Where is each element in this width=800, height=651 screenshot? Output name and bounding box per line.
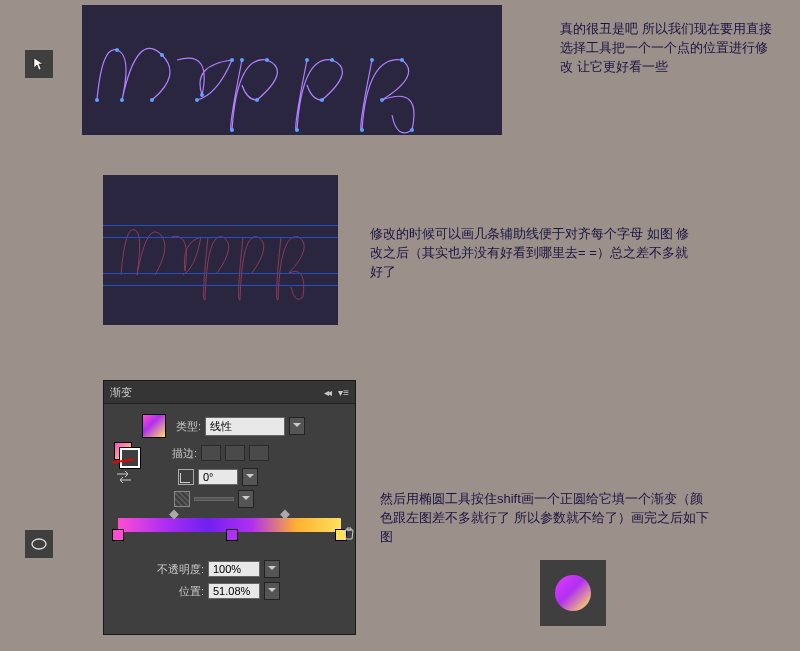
section2-description: 修改的时候可以画几条辅助线便于对齐每个字母 如图 修改之后（其实也并没有好看到哪… — [370, 225, 700, 282]
stroke-option-1[interactable] — [201, 445, 221, 461]
type-label: 类型: — [176, 419, 201, 434]
position-input[interactable]: 51.08% — [208, 583, 260, 599]
delete-stop-icon[interactable] — [343, 526, 355, 542]
opacity-label: 不透明度: — [114, 562, 204, 577]
stroke-label: 描边: — [172, 446, 197, 461]
panel-menu-icon[interactable]: ▾≡ — [338, 387, 349, 398]
svg-point-8 — [240, 58, 244, 62]
happy-rough-canvas — [82, 5, 502, 135]
svg-point-18 — [380, 98, 384, 102]
stroke-option-3[interactable] — [249, 445, 269, 461]
reverse-gradient-icon[interactable] — [114, 470, 134, 484]
svg-point-20 — [360, 128, 364, 132]
section1-description: 真的很丑是吧 所以我们现在要用直接选择工具把一个一个点的位置进行修改 让它更好看… — [560, 20, 775, 77]
svg-point-11 — [230, 128, 234, 132]
angle-icon — [178, 469, 194, 485]
gradient-circle-result — [555, 575, 591, 611]
midpoint-2[interactable] — [280, 510, 290, 520]
opacity-input[interactable]: 100% — [208, 561, 260, 577]
section3-description: 然后用椭圆工具按住shift画一个正圆给它填一个渐变（颜色跟左图差不多就行了 所… — [380, 490, 710, 547]
aspect-ratio-icon[interactable] — [174, 491, 190, 507]
panel-collapse-icon[interactable]: ◂◂ — [324, 387, 330, 398]
aspect-input — [194, 497, 234, 501]
fill-stroke-swatch[interactable] — [114, 442, 136, 464]
result-preview — [540, 560, 606, 626]
angle-input[interactable]: 0° — [198, 469, 238, 485]
svg-point-3 — [160, 53, 164, 57]
svg-point-19 — [410, 128, 414, 132]
svg-point-9 — [265, 58, 269, 62]
arrow-icon — [32, 57, 46, 71]
gradient-type-select[interactable]: 线性 — [205, 417, 285, 436]
svg-point-12 — [305, 58, 309, 62]
aspect-dropdown-icon[interactable] — [238, 490, 254, 508]
svg-point-16 — [370, 58, 374, 62]
svg-point-4 — [150, 98, 154, 102]
svg-point-0 — [95, 98, 99, 102]
midpoint-1[interactable] — [169, 510, 179, 520]
gradient-preview-swatch[interactable] — [142, 414, 166, 438]
svg-point-21 — [32, 539, 46, 549]
ellipse-tool[interactable] — [25, 530, 53, 558]
panel-title: 渐变 — [110, 385, 132, 400]
svg-point-15 — [295, 128, 299, 132]
svg-point-14 — [320, 98, 324, 102]
gradient-panel: 渐变 ◂◂ ▾≡ 类型: 线性 描边: — [103, 380, 356, 635]
svg-point-5 — [200, 93, 204, 97]
happy-refined-canvas — [103, 175, 338, 325]
panel-header: 渐变 ◂◂ ▾≡ — [104, 381, 355, 404]
svg-point-17 — [400, 58, 404, 62]
stroke-option-2[interactable] — [225, 445, 245, 461]
svg-point-2 — [120, 98, 124, 102]
type-dropdown-icon[interactable] — [289, 417, 305, 435]
position-dropdown-icon[interactable] — [264, 582, 280, 600]
svg-point-7 — [195, 98, 199, 102]
opacity-dropdown-icon[interactable] — [264, 560, 280, 578]
position-label: 位置: — [114, 584, 204, 599]
angle-dropdown-icon[interactable] — [242, 468, 258, 486]
ellipse-icon — [31, 538, 47, 550]
svg-point-13 — [330, 58, 334, 62]
svg-point-10 — [255, 98, 259, 102]
svg-point-6 — [230, 58, 234, 62]
svg-point-1 — [115, 48, 119, 52]
direct-select-tool[interactable] — [25, 50, 53, 78]
gradient-slider[interactable] — [118, 518, 341, 532]
